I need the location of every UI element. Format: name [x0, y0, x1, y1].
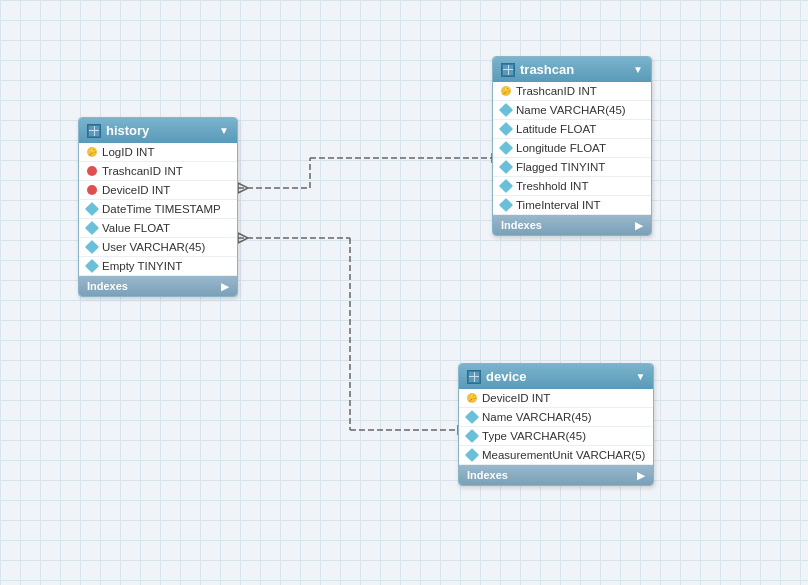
diamond-icon: [499, 179, 513, 193]
field-name: DateTime TIMESTAMP: [102, 203, 221, 215]
field-name: LogID INT: [102, 146, 154, 158]
field-name: Longitude FLOAT: [516, 142, 606, 154]
field-name: MeasurementUnit VARCHAR(5): [482, 449, 645, 461]
field-name: Latitude FLOAT: [516, 123, 596, 135]
field-name: User VARCHAR(45): [102, 241, 205, 253]
field-name: TrashcanID INT: [516, 85, 597, 97]
trashcan-table-header[interactable]: trashcan ▼: [493, 57, 651, 82]
field-name: DeviceID INT: [102, 184, 170, 196]
field-name: Flagged TINYINT: [516, 161, 605, 173]
device-indexes-row[interactable]: Indexes ▶: [459, 465, 653, 485]
table-icon: [87, 124, 101, 138]
history-table-title: history: [106, 123, 149, 138]
diamond-icon: [499, 122, 513, 136]
history-chevron-icon[interactable]: ▼: [219, 125, 229, 136]
table-row: 🔑 DeviceID INT: [459, 389, 653, 408]
history-indexes-label: Indexes: [87, 280, 128, 292]
diamond-icon: [85, 240, 99, 254]
field-name: Type VARCHAR(45): [482, 430, 586, 442]
diamond-icon: [499, 103, 513, 117]
trashcan-table-title: trashcan: [520, 62, 574, 77]
table-row: Value FLOAT: [79, 219, 237, 238]
field-name: Treshhold INT: [516, 180, 588, 192]
field-name: TimeInterval INT: [516, 199, 601, 211]
fk-icon: [87, 166, 97, 176]
diamond-icon: [499, 141, 513, 155]
diamond-icon: [85, 202, 99, 216]
key-icon: 🔑: [87, 147, 97, 157]
table-row: Type VARCHAR(45): [459, 427, 653, 446]
trashcan-indexes-label: Indexes: [501, 219, 542, 231]
key-icon: 🔑: [467, 393, 477, 403]
table-row: DateTime TIMESTAMP: [79, 200, 237, 219]
table-row: TrashcanID INT: [79, 162, 237, 181]
field-name: TrashcanID INT: [102, 165, 183, 177]
history-table-body: 🔑 LogID INT TrashcanID INT DeviceID INT …: [79, 143, 237, 276]
diamond-icon: [85, 221, 99, 235]
diamond-icon: [499, 160, 513, 174]
history-table-header[interactable]: history ▼: [79, 118, 237, 143]
key-icon: 🔑: [501, 86, 511, 96]
field-name: Name VARCHAR(45): [482, 411, 592, 423]
trashcan-indexes-arrow-icon: ▶: [635, 220, 643, 231]
trashcan-chevron-icon[interactable]: ▼: [633, 64, 643, 75]
device-chevron-icon[interactable]: ▼: [635, 371, 645, 382]
field-name: DeviceID INT: [482, 392, 550, 404]
svg-line-10: [238, 233, 248, 238]
table-row: 🔑 LogID INT: [79, 143, 237, 162]
field-name: Name VARCHAR(45): [516, 104, 626, 116]
table-row: User VARCHAR(45): [79, 238, 237, 257]
table-row: DeviceID INT: [79, 181, 237, 200]
history-table: history ▼ 🔑 LogID INT TrashcanID INT Dev…: [78, 117, 238, 297]
table-row: Empty TINYINT: [79, 257, 237, 276]
field-name: Empty TINYINT: [102, 260, 182, 272]
history-indexes-row[interactable]: Indexes ▶: [79, 276, 237, 296]
history-indexes-arrow-icon: ▶: [221, 281, 229, 292]
diamond-icon: [465, 429, 479, 443]
trashcan-indexes-row[interactable]: Indexes ▶: [493, 215, 651, 235]
table-row: TimeInterval INT: [493, 196, 651, 215]
fk-icon: [87, 185, 97, 195]
device-table-title: device: [486, 369, 526, 384]
device-table-header[interactable]: device ▼: [459, 364, 653, 389]
field-name: Value FLOAT: [102, 222, 170, 234]
table-row: Name VARCHAR(45): [493, 101, 651, 120]
table-row: 🔑 TrashcanID INT: [493, 82, 651, 101]
table-row: Flagged TINYINT: [493, 158, 651, 177]
table-row: Treshhold INT: [493, 177, 651, 196]
device-indexes-label: Indexes: [467, 469, 508, 481]
device-table-body: 🔑 DeviceID INT Name VARCHAR(45) Type VAR…: [459, 389, 653, 465]
diamond-icon: [85, 259, 99, 273]
diamond-icon: [465, 410, 479, 424]
trashcan-table: trashcan ▼ 🔑 TrashcanID INT Name VARCHAR…: [492, 56, 652, 236]
table-icon: [467, 370, 481, 384]
device-indexes-arrow-icon: ▶: [637, 470, 645, 481]
diamond-icon: [499, 198, 513, 212]
svg-line-3: [238, 183, 248, 188]
table-row: Name VARCHAR(45): [459, 408, 653, 427]
table-row: Longitude FLOAT: [493, 139, 651, 158]
table-icon: [501, 63, 515, 77]
trashcan-table-body: 🔑 TrashcanID INT Name VARCHAR(45) Latitu…: [493, 82, 651, 215]
svg-line-11: [238, 238, 248, 243]
table-row: Latitude FLOAT: [493, 120, 651, 139]
device-table: device ▼ 🔑 DeviceID INT Name VARCHAR(45)…: [458, 363, 654, 486]
table-row: MeasurementUnit VARCHAR(5): [459, 446, 653, 465]
svg-line-4: [238, 188, 248, 193]
diamond-icon: [465, 448, 479, 462]
